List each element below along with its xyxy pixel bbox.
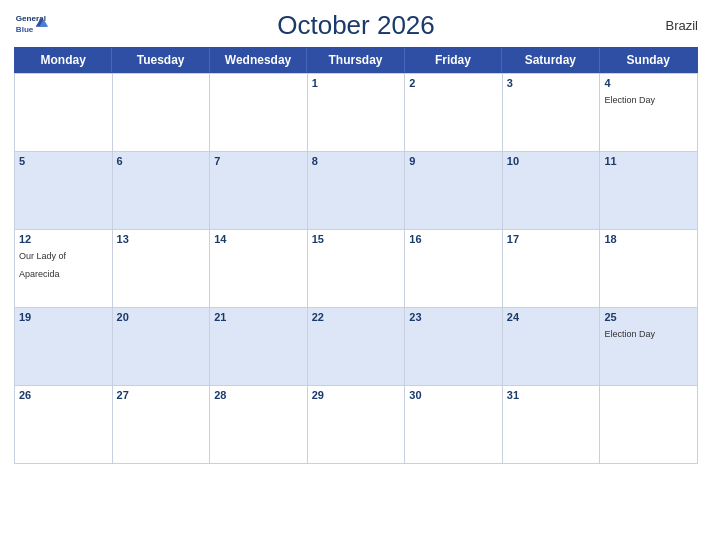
date-number: 22 [312, 311, 401, 323]
svg-text:Blue: Blue [16, 25, 34, 34]
date-number: 27 [117, 389, 206, 401]
logo: General Blue [14, 10, 50, 39]
holiday-label: Election Day [604, 329, 655, 339]
cal-cell: 21 [210, 308, 308, 386]
days-header: Monday Tuesday Wednesday Thursday Friday… [14, 47, 698, 73]
date-number: 13 [117, 233, 206, 245]
cal-cell: 10 [503, 152, 601, 230]
cal-cell: 31 [503, 386, 601, 464]
day-friday: Friday [405, 48, 502, 72]
cal-cell [113, 74, 211, 152]
cal-cell: 25Election Day [600, 308, 698, 386]
day-thursday: Thursday [307, 48, 404, 72]
day-wednesday: Wednesday [210, 48, 307, 72]
date-number: 3 [507, 77, 596, 89]
cal-cell: 28 [210, 386, 308, 464]
date-number: 18 [604, 233, 693, 245]
cal-cell: 2 [405, 74, 503, 152]
cal-cell: 20 [113, 308, 211, 386]
date-number: 9 [409, 155, 498, 167]
date-number: 1 [312, 77, 401, 89]
cal-cell [15, 74, 113, 152]
date-number: 15 [312, 233, 401, 245]
day-saturday: Saturday [502, 48, 599, 72]
date-number: 21 [214, 311, 303, 323]
cal-cell: 9 [405, 152, 503, 230]
date-number: 16 [409, 233, 498, 245]
cal-cell: 29 [308, 386, 406, 464]
date-number: 10 [507, 155, 596, 167]
cal-cell: 6 [113, 152, 211, 230]
cal-cell: 1 [308, 74, 406, 152]
cal-cell: 14 [210, 230, 308, 308]
date-number: 2 [409, 77, 498, 89]
day-tuesday: Tuesday [112, 48, 209, 72]
cal-cell: 11 [600, 152, 698, 230]
cal-cell: 27 [113, 386, 211, 464]
date-number: 25 [604, 311, 693, 323]
cal-cell: 17 [503, 230, 601, 308]
cal-cell [600, 386, 698, 464]
date-number: 6 [117, 155, 206, 167]
country-label: Brazil [665, 18, 698, 33]
day-sunday: Sunday [600, 48, 697, 72]
cal-cell: 19 [15, 308, 113, 386]
date-number: 28 [214, 389, 303, 401]
cal-cell: 4Election Day [600, 74, 698, 152]
date-number: 26 [19, 389, 108, 401]
day-monday: Monday [15, 48, 112, 72]
date-number: 8 [312, 155, 401, 167]
cal-cell: 26 [15, 386, 113, 464]
cal-cell: 18 [600, 230, 698, 308]
cal-cell: 15 [308, 230, 406, 308]
date-number: 19 [19, 311, 108, 323]
date-number: 14 [214, 233, 303, 245]
date-number: 7 [214, 155, 303, 167]
cal-cell: 5 [15, 152, 113, 230]
cal-cell: 30 [405, 386, 503, 464]
cal-cell [210, 74, 308, 152]
cal-cell: 13 [113, 230, 211, 308]
date-number: 4 [604, 77, 693, 89]
calendar-title: October 2026 [277, 10, 435, 41]
holiday-label: Election Day [604, 95, 655, 105]
cal-cell: 7 [210, 152, 308, 230]
date-number: 5 [19, 155, 108, 167]
calendar-header: General Blue October 2026 Brazil [14, 10, 698, 41]
cal-cell: 23 [405, 308, 503, 386]
date-number: 20 [117, 311, 206, 323]
date-number: 24 [507, 311, 596, 323]
date-number: 30 [409, 389, 498, 401]
cal-cell: 24 [503, 308, 601, 386]
date-number: 12 [19, 233, 108, 245]
date-number: 17 [507, 233, 596, 245]
cal-cell: 8 [308, 152, 406, 230]
cal-cell: 16 [405, 230, 503, 308]
date-number: 23 [409, 311, 498, 323]
cal-cell: 22 [308, 308, 406, 386]
date-number: 11 [604, 155, 693, 167]
calendar-wrapper: General Blue October 2026 Brazil Monday … [0, 0, 712, 550]
calendar-grid: 1234Election Day56789101112Our Lady of A… [14, 73, 698, 464]
cal-cell: 3 [503, 74, 601, 152]
date-number: 31 [507, 389, 596, 401]
date-number: 29 [312, 389, 401, 401]
holiday-label: Our Lady of Aparecida [19, 251, 66, 279]
cal-cell: 12Our Lady of Aparecida [15, 230, 113, 308]
